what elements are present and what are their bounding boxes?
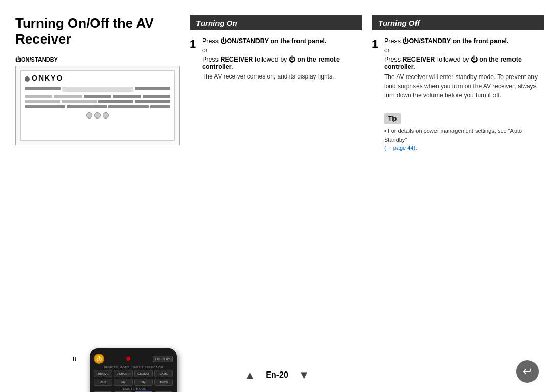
step1-off-standby-desc: The AV receiver will enter standby mode.…	[384, 72, 544, 100]
remote-display-button[interactable]: DISPLAY	[153, 356, 173, 362]
turning-off-column: Turning Off 1 Press ⏻ON/STANDBY on the f…	[372, 15, 544, 156]
nav-up-arrow[interactable]: ▲	[244, 368, 255, 382]
on-standby-label: ⏻ON/STANDBY	[15, 56, 180, 63]
turning-on-header: Turning On	[190, 15, 362, 30]
footer: ▲ En-20 ▼	[0, 368, 554, 382]
diag-btn	[54, 95, 82, 98]
step1-off-or: or	[384, 47, 544, 54]
remote-mode-label: REMOTE MODE	[94, 387, 173, 390]
diag-btn	[143, 95, 170, 98]
step1-off-secondary-text: Press RECEIVER followed by ⏻ on the remo…	[384, 56, 544, 70]
tip-section: Tip • For details on power management se…	[384, 107, 544, 152]
step-number-1-off: 1	[372, 38, 380, 152]
diag-btn	[25, 100, 60, 103]
remote-power-button[interactable]	[94, 354, 104, 364]
diag-btn	[150, 105, 170, 108]
diag-btn	[25, 105, 65, 108]
step1-or: or	[202, 47, 362, 54]
remote-ir-led	[126, 357, 130, 361]
step1-content: Press ⏻ON/STANDBY on the front panel. or…	[202, 37, 362, 81]
step1-off-main-text: Press ⏻ON/STANDBY on the front panel.	[384, 37, 544, 45]
diag-btn	[84, 95, 111, 98]
step1-off-content: Press ⏻ON/STANDBY on the front panel. or…	[384, 37, 544, 152]
receiver-diagram: ONKYO	[15, 66, 180, 145]
step1-main-text: Press ⏻ON/STANDBY on the front panel.	[202, 37, 362, 45]
front-knob	[94, 112, 101, 119]
front-knob	[103, 112, 109, 119]
step-number-label: 8	[73, 356, 76, 363]
diag-btn	[98, 100, 134, 103]
diag-btn	[135, 87, 171, 90]
tip-link[interactable]: (→ page 44).	[384, 145, 417, 151]
step-number-1: 1	[190, 38, 198, 81]
diag-btn	[113, 95, 141, 98]
nav-down-arrow[interactable]: ▼	[299, 368, 310, 382]
step1-secondary-text: Press RECEIVER followed by ⏻ on the remo…	[202, 56, 362, 70]
onkyo-logo: ONKYO	[32, 74, 63, 82]
diag-btn	[67, 105, 107, 108]
step1-description: The AV receiver comes on, and its displa…	[202, 72, 362, 81]
back-button[interactable]	[516, 360, 539, 383]
page-number: En-20	[266, 370, 288, 380]
tip-content: • For details on power management settin…	[384, 127, 544, 152]
diag-btn	[62, 100, 97, 103]
turning-on-column: Turning On 1 Press ⏻ON/STANDBY on the fr…	[190, 15, 362, 156]
turning-off-step1: 1 Press ⏻ON/STANDBY on the front panel. …	[372, 37, 544, 152]
diag-btn	[25, 87, 61, 90]
right-columns: Turning On 1 Press ⏻ON/STANDBY on the fr…	[190, 15, 544, 156]
diag-btn	[108, 105, 149, 108]
front-knob	[86, 112, 92, 119]
remote-top-row: DISPLAY	[94, 354, 173, 364]
turning-off-header: Turning Off	[372, 15, 544, 30]
back-circle-icon	[516, 360, 539, 383]
diag-btn	[25, 95, 52, 98]
page-title: Turning On/Off the AV Receiver	[15, 15, 180, 47]
tip-label: Tip	[384, 113, 401, 124]
diag-btn	[135, 100, 170, 103]
standby-indicator	[25, 76, 30, 82]
diag-display	[62, 87, 133, 92]
turning-on-step1: 1 Press ⏻ON/STANDBY on the front panel. …	[190, 37, 362, 81]
left-panel: Turning On/Off the AV Receiver ⏻ON/STAND…	[15, 15, 180, 312]
